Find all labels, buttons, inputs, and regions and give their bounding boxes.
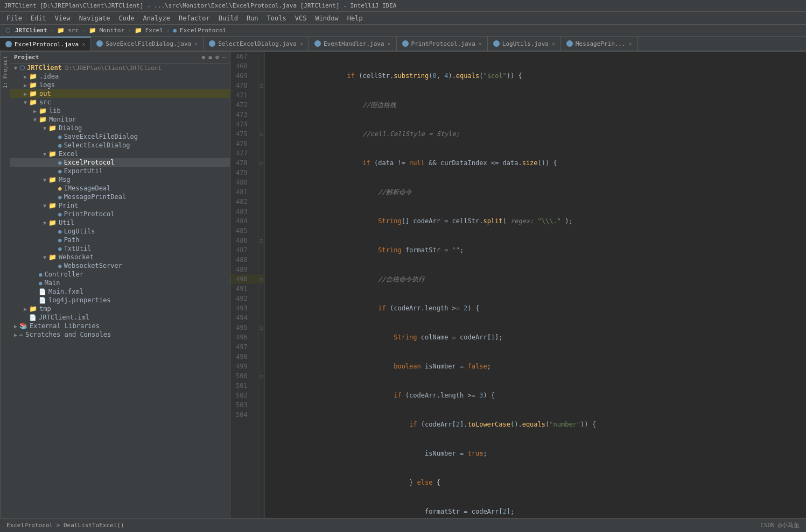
menu-help[interactable]: Help (343, 13, 367, 23)
menu-refactor[interactable]: Refactor (174, 13, 214, 23)
tab-SelectExcelDialog[interactable]: SelectExcelDialog.java × (204, 37, 309, 51)
menu-build[interactable]: Build (214, 13, 242, 23)
fold-501 (258, 381, 264, 391)
ext-libs-icon: 📚 (19, 322, 27, 330)
tree-item-Path[interactable]: ▶ ● Path (10, 236, 230, 244)
line-493: 493 (230, 303, 258, 313)
tree-arrow-Dialog: ▼ (41, 125, 48, 131)
fold-478[interactable]: □ (258, 158, 264, 168)
code-line-476: String colName = codeArr[1]; (269, 332, 806, 342)
code-viewport[interactable]: 467 468 469 470 471 472 473 474 475 476 … (230, 52, 806, 518)
fold-483 (258, 207, 264, 216)
tree-item-MessagePrintDeal[interactable]: ▶ ● MessagePrintDeal (10, 193, 230, 201)
menu-window[interactable]: Window (311, 13, 342, 23)
tree-item-Controller[interactable]: ▶ ● Controller (10, 270, 230, 279)
tree-header: Project ⊕ ≡ ⚙ — (10, 52, 230, 63)
tab-MessagePrint[interactable]: MessagePrin... × (561, 37, 638, 51)
fold-486[interactable]: □ (258, 236, 264, 245)
menu-analyze[interactable]: Analyze (138, 13, 174, 23)
tree-item-JRTClient[interactable]: ▼ ⬡ JRTClient D:\JREPlan\Client\JRTClien… (10, 63, 230, 72)
menu-code[interactable]: Code (115, 13, 139, 23)
menu-file[interactable]: File (2, 13, 26, 23)
tree-item-ExcelProtocol[interactable]: ▶ ● ExcelProtocol (10, 158, 230, 167)
bc-src[interactable]: src (67, 27, 80, 34)
tab-close-PrintProtocol[interactable]: × (479, 41, 482, 47)
tab-EventHandler[interactable]: EventHandler.java × (309, 37, 397, 51)
code-line-472: String[] codeArr = cellStr.split( regex:… (269, 216, 806, 226)
tree-label-SelectExcelDialog: SelectExcelDialog (64, 141, 130, 149)
fold-470[interactable]: □ (258, 81, 264, 90)
tree-item-ExportUtil[interactable]: ▶ ● ExportUtil (10, 167, 230, 175)
tree-item-tmp[interactable]: ▶ 📁 tmp (10, 304, 230, 313)
tree-item-JRTClientiml[interactable]: ▶ 📄 JRTClient.iml (10, 313, 230, 322)
tab-close-SelectExcelDialog[interactable]: × (300, 41, 303, 47)
tree-item-SaveExcelFileDialog[interactable]: ▶ ● SaveExcelFileDialog (10, 132, 230, 141)
tree-item-Print[interactable]: ▼ 📁 Print (10, 201, 230, 210)
tab-PrintProtocol[interactable]: PrintProtocol.java × (397, 37, 488, 51)
tree-arrow-src: ▼ (22, 100, 29, 105)
tree-item-Dialog[interactable]: ▼ 📁 Dialog (10, 124, 230, 132)
tree-item-ScratchesAndConsoles[interactable]: ▶ ✏ Scratches and Consoles (10, 330, 230, 339)
menu-navigate[interactable]: Navigate (75, 13, 115, 23)
fold-490[interactable]: □ (258, 274, 264, 284)
tab-close-MessagePrint[interactable]: × (629, 41, 632, 47)
tree-item-idea[interactable]: ▶ 📁 .idea (10, 72, 230, 81)
bc-monitor-icon: 📁 (88, 27, 97, 34)
tree-item-Monitor[interactable]: ▼ 📁 Monitor (10, 115, 230, 124)
tree-item-Excel[interactable]: ▼ 📁 Excel (10, 150, 230, 158)
menu-edit[interactable]: Edit (26, 13, 51, 23)
fold-491 (258, 284, 264, 294)
fold-504 (258, 410, 264, 420)
bc-file[interactable]: ExcelProtocol (179, 27, 227, 34)
tree-item-lib[interactable]: ▶ 📁 lib (10, 107, 230, 115)
tab-LogUtils[interactable]: LogUtils.java × (488, 37, 561, 51)
tree-item-Mainfxml[interactable]: ▶ 📄 Main.fxml (10, 287, 230, 296)
line-495: 495 (230, 323, 258, 332)
tree-item-Websocket[interactable]: ▼ 📁 Websocket (10, 253, 230, 261)
code-editor[interactable]: 467 468 469 470 471 472 473 474 475 476 … (230, 52, 806, 518)
tree-item-LogUtils[interactable]: ▶ ● LogUtils (10, 227, 230, 236)
tree-label-MessagePrintDeal: MessagePrintDeal (64, 193, 127, 201)
gutter: 467 468 469 470 471 472 473 474 475 476 … (230, 52, 258, 518)
bc-project[interactable]: JRTClient (14, 27, 48, 34)
code-text[interactable]: if (cellStr.substring(0, 4).equals("$col… (265, 52, 806, 518)
tree-item-TxtUtil[interactable]: ▶ ● TxtUtil (10, 244, 230, 253)
tab-ExcelProtocol[interactable]: ExcelProtocol.java × (0, 37, 91, 51)
menu-view[interactable]: View (51, 13, 75, 23)
tab-SaveExcelFileDialog[interactable]: SaveExcelFileDialog.java × (91, 37, 204, 51)
tree-item-Msg[interactable]: ▼ 📁 Msg (10, 175, 230, 184)
tree-item-WebsocketServer[interactable]: ▶ ● WebsocketServer (10, 261, 230, 270)
bc-file-icon: ● (172, 27, 178, 34)
bc-monitor[interactable]: Monitor (99, 27, 125, 34)
tree-item-SelectExcelDialog[interactable]: ▶ ● SelectExcelDialog (10, 141, 230, 150)
tree-close-icon[interactable]: — (222, 54, 226, 61)
menu-tools[interactable]: Tools (263, 13, 291, 23)
fold-495[interactable]: □ (258, 323, 264, 332)
fold-467 (258, 52, 264, 61)
fold-column: □ □ □ □ □ (258, 52, 265, 518)
tree-item-ExternalLibraries[interactable]: ▶ 📚 External Libraries (10, 322, 230, 330)
tree-item-Util[interactable]: ▼ 📁 Util (10, 218, 230, 227)
tree-sync-icon[interactable]: ⊕ (202, 54, 206, 61)
folder-icon-Monitor: 📁 (39, 116, 47, 123)
tree-item-PrintProtocol[interactable]: ▶ ● PrintProtocol (10, 210, 230, 218)
tab-close-LogUtils[interactable]: × (552, 41, 555, 47)
tree-label-JRTClientiml: JRTClient.iml (39, 314, 89, 321)
tab-close-SaveExcelFileDialog[interactable]: × (194, 41, 198, 47)
sidebar-tab-project[interactable]: 1: Project (1, 52, 10, 518)
tab-close-ExcelProtocol[interactable]: × (82, 41, 85, 47)
tree-item-src[interactable]: ▼ 📁 src (10, 98, 230, 107)
tree-item-IMessageDeal[interactable]: ▶ ● IMessageDeal (10, 184, 230, 193)
tree-expand-icon[interactable]: ≡ (208, 54, 212, 61)
fold-475[interactable]: □ (258, 129, 264, 139)
tree-item-log4j[interactable]: ▶ 📄 log4j.properties (10, 296, 230, 304)
tree-item-Main[interactable]: ▶ ● Main (10, 279, 230, 287)
menu-vcs[interactable]: VCS (291, 13, 311, 23)
tab-close-EventHandler[interactable]: × (388, 41, 391, 47)
fold-500[interactable]: □ (258, 371, 264, 381)
tree-item-logs[interactable]: ▶ 📁 logs (10, 81, 230, 89)
bc-excel[interactable]: Excel (144, 27, 164, 34)
tree-settings-icon[interactable]: ⚙ (215, 54, 219, 61)
tree-item-out[interactable]: ▶ 📁 out (10, 89, 230, 98)
menu-run[interactable]: Run (242, 13, 263, 23)
